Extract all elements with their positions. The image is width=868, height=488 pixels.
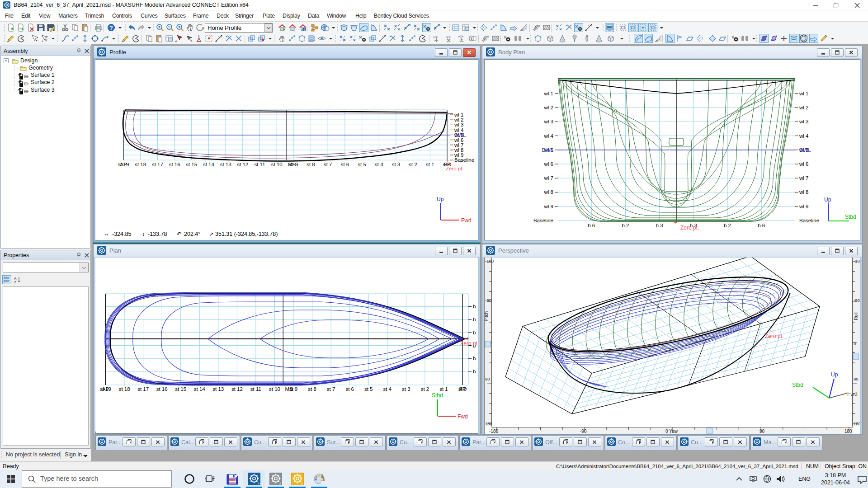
svg-text:st 17: st 17 — [152, 162, 163, 167]
svg-text:st 12: st 12 — [231, 386, 243, 392]
svg-text:↔: ↔ — [104, 231, 109, 237]
svg-text:-90: -90 — [485, 298, 491, 303]
svg-text:Stbd: Stbd — [845, 214, 856, 220]
svg-text:st 15: st 15 — [175, 386, 186, 392]
svg-text:E: E — [235, 474, 237, 479]
svg-text:180: 180 — [844, 429, 852, 434]
svg-text:Up: Up — [824, 197, 831, 203]
svg-text:Baseline: Baseline — [533, 218, 553, 223]
svg-text:wl 7: wl 7 — [799, 175, 808, 181]
svg-text:0 Yaw: 0 Yaw — [665, 429, 678, 434]
svg-text:-133.78: -133.78 — [148, 231, 167, 237]
svg-text:Zero pt.: Zero pt. — [446, 166, 464, 171]
svg-text:st 6: st 6 — [341, 162, 349, 167]
svg-text:b 2: b 2 — [622, 223, 629, 228]
svg-text:st 16: st 16 — [156, 386, 168, 392]
svg-text:90: 90 — [854, 376, 859, 381]
svg-text:b 6: b 6 — [588, 223, 595, 228]
svg-text:Fwd: Fwd — [461, 217, 472, 224]
svg-text:wl 2: wl 2 — [454, 117, 463, 122]
svg-text:st 16: st 16 — [169, 162, 180, 167]
svg-text:-180: -180 — [854, 258, 860, 263]
svg-text:90: 90 — [485, 376, 490, 381]
svg-text:s: s — [279, 481, 281, 485]
svg-text:wl 2: wl 2 — [799, 105, 808, 110]
svg-text:Z: Z — [14, 280, 16, 283]
svg-text:st 18: st 18 — [119, 386, 130, 392]
svg-text:st 12: st 12 — [237, 162, 248, 167]
svg-text:wl 3: wl 3 — [799, 119, 808, 124]
svg-text:wl 6: wl 6 — [799, 161, 808, 167]
svg-text:st 13: st 13 — [220, 162, 231, 167]
svg-text:Baseline: Baseline — [799, 218, 819, 223]
svg-text:wl 1: wl 1 — [799, 91, 808, 96]
svg-text:↗: ↗ — [209, 231, 213, 237]
svg-text:st 0: st 0 — [458, 386, 467, 392]
svg-text:MS: MS — [285, 386, 293, 392]
svg-text:st 5: st 5 — [358, 162, 366, 167]
svg-text:st 5: st 5 — [364, 386, 373, 392]
svg-text:wl 6: wl 6 — [544, 161, 553, 167]
svg-text:st 19: st 19 — [118, 162, 129, 167]
svg-text:Fwd: Fwd — [847, 391, 858, 397]
svg-text:wl 7: wl 7 — [544, 175, 553, 181]
svg-text:st 7: st 7 — [327, 386, 335, 392]
svg-text:DWL: DWL — [454, 132, 466, 138]
svg-text:b: b — [473, 330, 476, 335]
svg-text:s: s — [301, 481, 303, 485]
svg-text:i: i — [471, 37, 472, 41]
svg-text:+: + — [446, 157, 449, 164]
svg-text:Stbd: Stbd — [792, 382, 803, 388]
svg-text:st 19: st 19 — [100, 386, 111, 392]
svg-text:st 11: st 11 — [254, 162, 265, 167]
svg-text:st 3: st 3 — [402, 386, 410, 392]
svg-text:DWL: DWL — [799, 147, 811, 153]
svg-text:wl 4: wl 4 — [544, 133, 554, 139]
svg-text:-180: -180 — [485, 258, 494, 263]
svg-text:+: + — [466, 335, 470, 342]
svg-text:b 6: b 6 — [758, 223, 765, 228]
svg-text:st 14: st 14 — [203, 162, 215, 167]
svg-text:s: s — [258, 481, 259, 485]
svg-text:↶: ↶ — [177, 231, 181, 237]
svg-text:?: ? — [109, 25, 113, 31]
svg-text:Pitch: Pitch — [485, 311, 489, 321]
svg-text:st 4: st 4 — [383, 386, 392, 392]
svg-text:st 17: st 17 — [137, 386, 149, 392]
svg-text:wl 2: wl 2 — [544, 105, 553, 110]
svg-text:wl 1: wl 1 — [544, 91, 553, 96]
svg-text:MS: MS — [288, 162, 296, 167]
svg-text:+: + — [674, 219, 677, 226]
svg-text:wl 3: wl 3 — [544, 119, 553, 124]
svg-text:wl 4: wl 4 — [799, 133, 809, 139]
svg-text:st 1: st 1 — [439, 386, 448, 392]
svg-text:wl 8: wl 8 — [544, 189, 553, 195]
svg-text:st 11: st 11 — [250, 386, 261, 392]
svg-text:st 6: st 6 — [345, 386, 354, 392]
svg-text:DWL: DWL — [542, 147, 553, 153]
svg-text:-90: -90 — [580, 429, 587, 434]
svg-text:b: b — [473, 317, 476, 322]
svg-text:180: 180 — [854, 421, 860, 426]
svg-text:0: 0 — [854, 341, 856, 346]
svg-text:Zero pt.: Zero pt. — [680, 225, 699, 231]
svg-text:st 4: st 4 — [375, 162, 383, 167]
svg-text:Baseline: Baseline — [454, 157, 474, 163]
svg-text:Up: Up — [437, 196, 444, 202]
svg-text:Up: Up — [831, 371, 838, 378]
svg-text:↕: ↕ — [142, 231, 145, 237]
svg-text:b: b — [473, 304, 476, 309]
svg-text:-90: -90 — [854, 298, 860, 303]
svg-text:st 14: st 14 — [194, 386, 206, 392]
svg-text:Stbd: Stbd — [432, 392, 443, 399]
svg-text:st 10: st 10 — [269, 386, 280, 392]
svg-text:st 18: st 18 — [135, 162, 146, 167]
svg-text:st 1: st 1 — [426, 162, 434, 167]
svg-text:351.31 (-324.85,-133.78): 351.31 (-324.85,-133.78) — [215, 231, 278, 237]
svg-text:st 13: st 13 — [212, 386, 224, 392]
svg-text:wl 9: wl 9 — [799, 204, 808, 209]
svg-text:b: b — [473, 369, 476, 374]
svg-text:st 8: st 8 — [307, 162, 315, 167]
svg-text:wl 7: wl 7 — [454, 142, 463, 148]
svg-text:b: b — [473, 356, 476, 361]
